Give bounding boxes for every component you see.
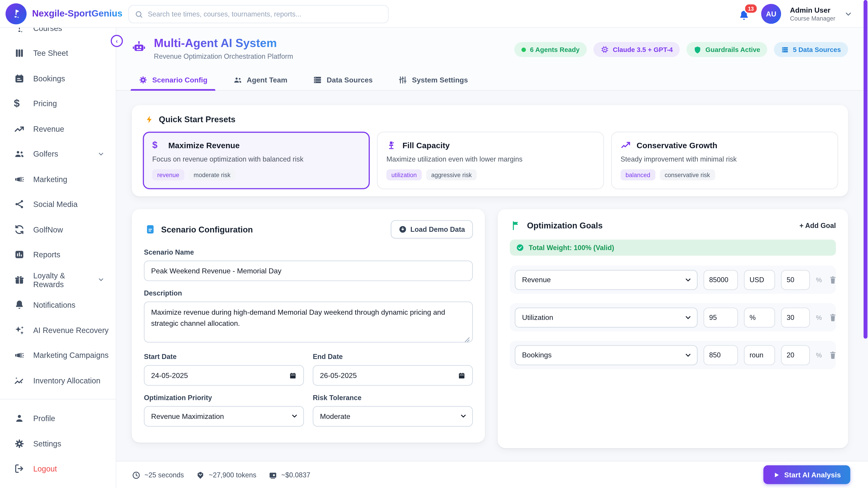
goal-unit-input[interactable] [744,307,775,327]
preset-conservative-growth[interactable]: Conservative Growth Steady improvement w… [611,132,838,189]
preset-tag: moderate risk [189,169,236,180]
sidebar-collapse-button[interactable]: ‹ [111,35,123,47]
optimization-priority-select[interactable]: Revenue Maximization [144,406,304,427]
resize-grip-icon[interactable] [465,337,470,342]
vertical-scrollbar-thumb[interactable] [864,0,867,339]
goal-unit-input[interactable] [744,270,775,290]
sidebar-item-tee-sheet[interactable]: Tee Sheet [0,41,116,66]
status-badge-data-sources: 5 Data Sources [774,42,848,57]
estimated-tokens: ~27,900 tokens [196,470,256,480]
calendar-icon[interactable] [458,371,465,379]
goal-unit-input[interactable] [744,345,775,365]
optimization-priority-label: Optimization Priority [144,394,304,402]
gear-icon [138,75,148,85]
chevron-down-icon [97,276,105,284]
sidebar-item-notifications[interactable]: Notifications [0,292,116,318]
bar-chart-icon [14,249,25,260]
tab-scenario-config[interactable]: Scenario Config [138,71,207,90]
trash-icon[interactable] [828,275,837,285]
sidebar-item-logout[interactable]: Logout [0,456,116,481]
goal-metric-select[interactable]: Revenue [515,270,698,290]
dollar-icon: $ [14,98,25,109]
sidebar-item-label: AI Revenue Recovery [33,326,109,335]
sidebar-item-profile[interactable]: Profile [0,406,116,431]
sidebar-item-label: Marketing Campaigns [33,351,108,360]
sidebar-item-social-media[interactable]: Social Media [0,192,116,217]
page-header: Multi-Agent AI System Revenue Optimizati… [116,28,868,71]
sidebar-item-settings[interactable]: Settings [0,431,116,456]
sidebar-item-label: Loyalty & Rewards [33,271,89,289]
goal-target-input[interactable] [704,345,738,365]
trend-sparkle-icon [14,375,25,386]
goal-weight-input[interactable] [781,307,810,327]
search-icon [134,10,143,19]
notifications-button[interactable]: 13 [738,5,752,22]
content: Quick Start Presets $ Maximize Revenue F… [116,91,868,461]
sidebar-item-marketing[interactable]: Marketing [0,166,116,192]
brand-logo [5,3,26,24]
chevron-down-icon[interactable] [844,10,852,18]
user-name: Admin User [790,6,835,14]
sidebar-item-label: Notifications [33,300,75,309]
trash-icon[interactable] [828,350,837,360]
token-icon [196,470,205,480]
status-badge-models: Claude 3.5 + GPT-4 [593,42,680,57]
cost-icon [269,470,277,480]
share-icon [14,199,25,210]
scenario-name-input[interactable] [144,260,473,281]
description-textarea[interactable]: Maximize revenue during high-demand Memo… [144,302,473,343]
sidebar: Courses Tee Sheet Bookings $ Pricing Rev… [0,0,116,488]
tab-agent-team[interactable]: Agent Team [233,71,287,90]
sidebar-item-revenue[interactable]: Revenue [0,116,116,141]
goal-weight-input[interactable] [781,345,810,365]
document-icon [145,224,156,235]
sidebar-item-pricing[interactable]: $ Pricing [0,91,116,116]
brand[interactable]: Nexgile-SportGenius [0,3,116,24]
check-circle-icon [516,243,524,252]
search-input[interactable] [148,10,382,18]
trash-icon[interactable] [828,313,837,322]
sidebar-item-marketing-campaigns[interactable]: Marketing Campaigns [0,343,116,368]
goal-metric-select[interactable]: Bookings [515,345,698,365]
quick-start-presets-card: Quick Start Presets $ Maximize Revenue F… [132,105,848,196]
start-date-input[interactable]: 24-05-2025 [144,365,304,386]
sidebar-item-loyalty[interactable]: Loyalty & Rewards [0,267,116,292]
server-icon [313,75,322,85]
end-date-input[interactable]: 26-05-2025 [313,365,473,386]
preset-maximize-revenue[interactable]: $ Maximize Revenue Focus on revenue opti… [143,132,370,189]
sidebar-item-label: Social Media [33,200,78,209]
flag-icon [511,220,522,231]
sidebar-item-golfnow[interactable]: GolfNow [0,217,116,242]
calendar-icon[interactable] [289,371,297,379]
sidebar-item-ai-revenue-recovery[interactable]: AI Revenue Recovery [0,318,116,343]
sync-icon [14,224,25,235]
load-demo-data-button[interactable]: Load Demo Data [391,220,473,238]
status-badge-agents: 6 Agents Ready [515,42,587,57]
gear-icon [14,438,25,449]
tab-data-sources[interactable]: Data Sources [313,71,373,90]
risk-tolerance-label: Risk Tolerance [313,394,473,402]
shield-icon [694,46,702,53]
scenario-configuration-card: Scenario Configuration Load Demo Data Sc… [132,209,485,443]
sidebar-item-inventory-allocation[interactable]: Inventory Allocation [0,368,116,393]
sidebar-item-label: Logout [33,464,57,473]
goal-metric-select[interactable]: Utilization [515,307,698,327]
sidebar-item-label: GolfNow [33,225,63,234]
sidebar-item-golfers[interactable]: Golfers [0,141,116,166]
goal-target-input[interactable] [704,270,738,290]
avatar[interactable]: AU [761,4,781,24]
goal-target-input[interactable] [704,307,738,327]
sidebar-item-bookings[interactable]: Bookings [0,66,116,91]
percent-label: % [816,351,822,359]
add-goal-button[interactable]: + Add Goal [800,222,836,229]
search-bar[interactable] [128,5,389,23]
sidebar-item-label: Inventory Allocation [33,376,100,385]
start-ai-analysis-button[interactable]: Start AI Analysis [763,465,850,484]
sidebar-item-reports[interactable]: Reports [0,242,116,267]
preset-fill-capacity[interactable]: Fill Capacity Maximize utilization even … [377,132,604,189]
tab-system-settings[interactable]: System Settings [398,71,468,90]
total-weight-banner: Total Weight: 100% (Valid) [510,239,836,256]
goal-weight-input[interactable] [781,270,810,290]
risk-tolerance-select[interactable]: Moderate [313,406,473,427]
trending-up-icon [620,140,631,151]
